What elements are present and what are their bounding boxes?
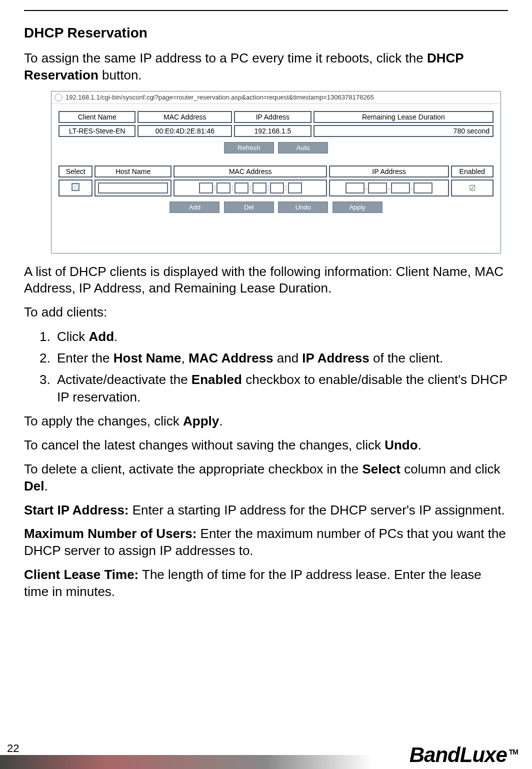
- lease-header-remaining: Remaining Lease Duration: [314, 111, 494, 123]
- undo-button[interactable]: Undo: [278, 202, 328, 213]
- intro-text-pre: To assign the same IP address to a PC ev…: [24, 50, 427, 66]
- lease-ip-value: 192.168.1.5: [234, 125, 311, 137]
- add-clients-paragraph: To add clients:: [24, 304, 508, 321]
- step-2: Enter the Host Name, MAC Address and IP …: [54, 350, 508, 367]
- steps-list: Click Add. Enter the Host Name, MAC Addr…: [54, 328, 508, 406]
- lease-header-client: Client Name: [58, 111, 136, 123]
- step3-pre: Activate/deactivate the: [57, 372, 192, 387]
- mac-sep: :: [214, 184, 216, 191]
- step-3: Activate/deactivate the Enabled checkbox…: [54, 371, 508, 406]
- host-name-input[interactable]: [98, 182, 168, 194]
- ip-sep: .: [388, 184, 390, 191]
- auto-button[interactable]: Auto: [278, 142, 328, 154]
- step2-b1: Host Name: [114, 350, 182, 366]
- res-header-host: Host Name: [94, 166, 172, 178]
- max-users-paragraph: Maximum Number of Users: Enter the maxim…: [24, 526, 508, 560]
- mac-seg-4[interactable]: [252, 182, 266, 194]
- section-heading: DHCP Reservation: [24, 25, 508, 41]
- apply-post: .: [219, 414, 222, 428]
- lease-remaining-value: 780 second: [314, 125, 494, 137]
- undo-bold: Undo: [384, 438, 418, 452]
- brand-text: BandLuxe: [410, 743, 507, 766]
- res-header-select: Select: [58, 166, 92, 178]
- ip-sep: .: [411, 184, 413, 191]
- favicon-icon: [54, 94, 62, 102]
- mac-sep: :: [232, 184, 234, 191]
- ip-seg-4[interactable]: [414, 182, 432, 194]
- list-info-paragraph: A list of DHCP clients is displayed with…: [24, 264, 508, 298]
- step2-b2: MAC Address: [188, 350, 274, 366]
- del-button[interactable]: Del: [224, 202, 274, 213]
- apply-pre: To apply the changes, click: [24, 414, 183, 428]
- step2-mid1: ,: [182, 350, 188, 366]
- step2-pre: Enter the: [57, 350, 114, 366]
- mac-seg-6[interactable]: [288, 182, 302, 194]
- step3-bold: Enabled: [192, 372, 242, 387]
- select-checkbox[interactable]: [72, 183, 80, 191]
- max-users-label: Maximum Number of Users:: [24, 526, 196, 541]
- mac-seg-2[interactable]: [216, 182, 230, 194]
- intro-paragraph: To assign the same IP address to a PC ev…: [24, 50, 508, 84]
- mac-sep: :: [285, 184, 287, 191]
- mac-seg-3[interactable]: [234, 182, 248, 194]
- mac-input-cell: :::::: [174, 180, 327, 196]
- del-post: .: [44, 478, 48, 494]
- page-footer: 22 BandLuxeTM: [0, 739, 532, 769]
- ip-seg-3[interactable]: [391, 182, 410, 194]
- del-b1: Select: [362, 462, 400, 476]
- step1-post: .: [114, 329, 118, 344]
- del-b2: Del: [24, 478, 44, 494]
- mac-seg-5[interactable]: [270, 182, 284, 194]
- url-text: 192.168.1.1/cgi-bin/sysconf.cgi?page=rou…: [66, 94, 374, 101]
- step2-mid2: and: [274, 350, 302, 366]
- step2-post: of the client.: [370, 350, 443, 366]
- res-header-ip: IP Address: [329, 166, 448, 178]
- apply-bold: Apply: [183, 414, 219, 428]
- undo-paragraph: To cancel the latest changes without sav…: [24, 437, 508, 454]
- trademark-symbol: TM: [509, 748, 518, 756]
- lease-mac-value: 00:E0:4D:2E:81:46: [138, 125, 232, 137]
- lease-header-row: Client Name MAC Address IP Address Remai…: [58, 111, 494, 123]
- lease-client-value: LT-RES-Steve-EN: [58, 125, 136, 137]
- step1-pre: Click: [57, 329, 89, 344]
- res-header-mac: MAC Address: [174, 166, 327, 178]
- step-1: Click Add.: [54, 328, 508, 346]
- ip-seg-2[interactable]: [368, 182, 387, 194]
- mac-seg-1[interactable]: [199, 182, 213, 194]
- res-header-enabled: Enabled: [451, 166, 494, 178]
- router-screenshot: 192.168.1.1/cgi-bin/sysconf.cgi?page=rou…: [51, 91, 501, 254]
- start-ip-text: Enter a starting IP address for the DHCP…: [129, 502, 505, 518]
- intro-text-post: button.: [98, 68, 142, 82]
- lease-header-ip: IP Address: [234, 111, 311, 123]
- start-ip-label: Start IP Address:: [24, 502, 129, 518]
- undo-pre: To cancel the latest changes without sav…: [24, 438, 384, 452]
- start-ip-paragraph: Start IP Address: Enter a starting IP ad…: [24, 502, 508, 519]
- brand-logo: BandLuxeTM: [410, 743, 518, 767]
- reservation-input-row: ::::: ...: [58, 180, 494, 196]
- address-bar: 192.168.1.1/cgi-bin/sysconf.cgi?page=rou…: [52, 92, 500, 104]
- ip-sep: .: [366, 184, 368, 191]
- apply-paragraph: To apply the changes, click Apply.: [24, 413, 508, 430]
- page-number: 22: [7, 742, 19, 755]
- ip-seg-1[interactable]: [346, 182, 364, 194]
- mac-sep: :: [250, 184, 252, 191]
- undo-post: .: [418, 438, 422, 452]
- mac-sep: :: [268, 184, 270, 191]
- add-button[interactable]: Add: [170, 202, 220, 213]
- ip-input-cell: ...: [329, 180, 448, 196]
- apply-button[interactable]: Apply: [332, 202, 382, 213]
- step2-b3: IP Address: [302, 350, 369, 366]
- delete-paragraph: To delete a client, activate the appropr…: [24, 461, 508, 495]
- lease-time-label: Client Lease Time:: [24, 567, 138, 582]
- reservation-header-row: Select Host Name MAC Address IP Address …: [58, 166, 494, 178]
- lease-header-mac: MAC Address: [138, 111, 232, 123]
- lease-data-row: LT-RES-Steve-EN 00:E0:4D:2E:81:46 192.16…: [58, 125, 494, 137]
- reservation-table: Select Host Name MAC Address IP Address …: [56, 164, 496, 198]
- step1-bold: Add: [89, 329, 114, 344]
- refresh-button[interactable]: Refresh: [224, 142, 274, 154]
- lease-table: Client Name MAC Address IP Address Remai…: [56, 109, 496, 139]
- lease-time-paragraph: Client Lease Time: The length of time fo…: [24, 566, 508, 600]
- enabled-checkbox[interactable]: [468, 184, 476, 191]
- del-mid: column and click: [400, 462, 500, 476]
- del-pre: To delete a client, activate the appropr…: [24, 462, 362, 476]
